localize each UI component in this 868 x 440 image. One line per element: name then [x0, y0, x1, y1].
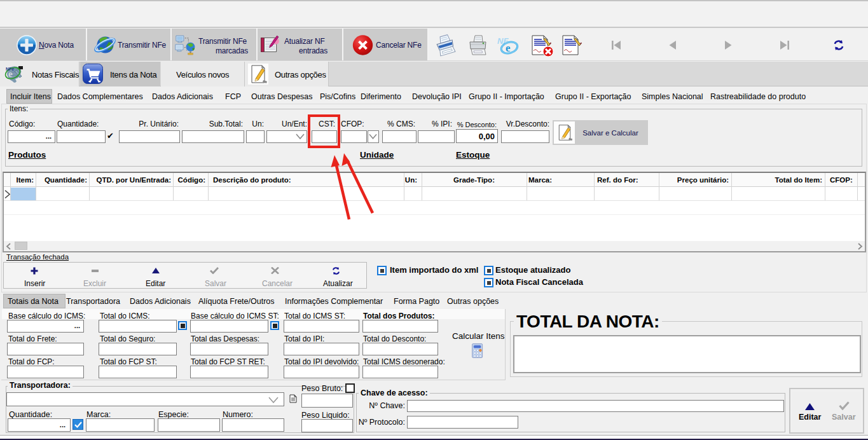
svg-text:e: e [506, 42, 511, 54]
svg-text:NFe: NFe [6, 67, 14, 71]
